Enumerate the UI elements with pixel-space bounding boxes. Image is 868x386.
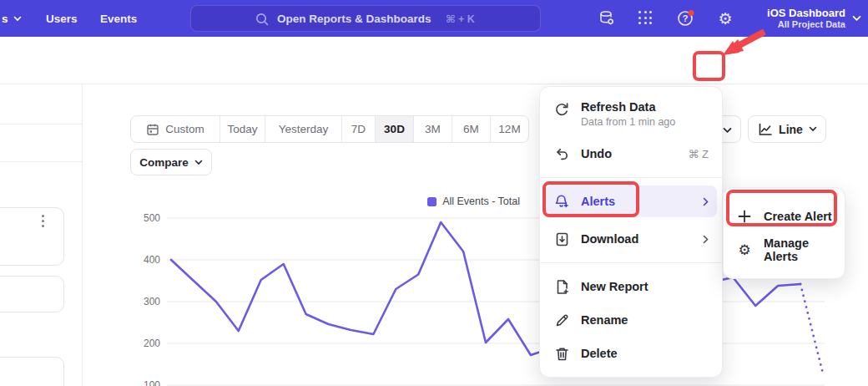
compare-label: Compare: [139, 156, 189, 169]
range-yesterday[interactable]: Yesterday: [265, 116, 341, 142]
chevron-down-icon: [194, 160, 203, 165]
report-header: [0, 37, 868, 84]
notification-dot: [688, 10, 694, 16]
left-panel-row-divider: [0, 124, 82, 124]
menu-item-label: New Report: [581, 280, 648, 293]
left-panel-row-divider: [0, 161, 82, 162]
y-tick-label: 300: [144, 296, 160, 307]
settings-gear-icon[interactable]: ⚙: [714, 8, 736, 29]
range-label: Today: [227, 123, 257, 135]
chevron-down-icon: [852, 15, 861, 22]
chart-type-dropdown[interactable]: Line: [748, 115, 826, 143]
range-label: Custom: [165, 123, 204, 135]
submenu-item-label: Manage Alerts: [764, 236, 832, 263]
nav-truncated-label: s: [2, 13, 8, 25]
project-switcher[interactable]: iOS Dashboard All Project Data: [767, 0, 861, 37]
submenu-item-label: Create Alert: [764, 210, 832, 223]
chevron-right-icon: [703, 197, 709, 206]
y-tick-label: 400: [144, 254, 160, 266]
range-label: 7D: [351, 123, 366, 135]
y-tick-label: 200: [144, 338, 160, 349]
submenu-item-manage-alerts[interactable]: ⚙ Manage Alerts: [724, 233, 845, 267]
menu-item-label: Delete: [581, 347, 618, 360]
search-placeholder: Open Reports & Dashboards: [277, 13, 431, 25]
menu-item-label: Refresh Data: [581, 100, 675, 114]
menu-item-delete[interactable]: Delete: [540, 337, 722, 370]
chart-legend[interactable]: All Events - Total: [427, 196, 520, 207]
y-tick-label: 100: [144, 379, 160, 386]
menu-item-shortcut: ⌘ Z: [688, 148, 709, 160]
svg-text:?: ?: [683, 13, 689, 23]
nav-item-users[interactable]: Users: [46, 0, 78, 37]
plus-icon: [736, 208, 753, 225]
range-7d[interactable]: 7D: [341, 116, 375, 142]
chevron-down-icon: [13, 16, 22, 22]
refresh-icon: [553, 102, 570, 119]
nav-item-truncated[interactable]: s: [2, 0, 22, 37]
range-label: 30D: [384, 123, 405, 135]
range-30d-selected[interactable]: 30D: [375, 116, 413, 142]
range-custom[interactable]: Custom: [131, 116, 220, 142]
data-management-icon[interactable]: [596, 8, 618, 29]
y-axis-tick-labels: 500400300200100: [144, 212, 160, 386]
menu-item-refresh-data[interactable]: Refresh Data Data from 1 min ago: [540, 95, 722, 137]
gear-icon: ⚙: [736, 241, 753, 258]
apps-grid-icon[interactable]: [635, 8, 657, 29]
range-label: 6M: [463, 123, 479, 135]
menu-item-label: Rename: [581, 313, 628, 327]
line-chart-icon: [757, 122, 773, 137]
left-panel-card[interactable]: [0, 357, 64, 386]
menu-item-alerts[interactable]: Alerts: [545, 185, 717, 217]
search-input[interactable]: Open Reports & Dashboards ⌘ + K: [190, 5, 541, 32]
top-nav-bar: s Users Events Open Reports & Dashboards…: [0, 0, 868, 37]
alerts-submenu: Create Alert ⚙ Manage Alerts: [723, 187, 845, 279]
left-panel-card[interactable]: [0, 276, 64, 312]
menu-item-download[interactable]: Download: [540, 222, 722, 256]
legend-swatch: [427, 197, 437, 206]
chart-type-label: Line: [779, 123, 803, 136]
help-icon[interactable]: ?: [675, 8, 697, 29]
trash-icon: [553, 345, 570, 362]
nav-events-label: Events: [100, 13, 137, 25]
menu-item-label: Undo: [581, 147, 612, 160]
chevron-right-icon: [703, 235, 709, 244]
date-range-control: Custom Today Yesterday 7D 30D 3M 6M 12M: [130, 115, 529, 143]
compare-button[interactable]: Compare: [130, 149, 212, 175]
download-icon: [553, 231, 570, 247]
panel-divider: [82, 84, 83, 386]
menu-divider: [540, 177, 722, 178]
menu-divider: [540, 262, 722, 263]
y-tick-label: 500: [144, 212, 160, 224]
search-shortcut: ⌘ + K: [446, 13, 475, 25]
pencil-icon: [553, 312, 570, 328]
menu-item-rename[interactable]: Rename: [540, 303, 722, 337]
calendar-icon: [146, 123, 159, 136]
series-line-projection-dotted: [800, 284, 823, 373]
submenu-item-create-alert[interactable]: Create Alert: [724, 200, 845, 233]
range-6m[interactable]: 6M: [452, 116, 490, 142]
project-scope: All Project Data: [767, 19, 845, 30]
menu-item-sublabel: Data from 1 min ago: [581, 116, 675, 128]
range-label: 12M: [498, 123, 520, 135]
search-icon: [255, 12, 270, 27]
menu-item-undo[interactable]: Undo ⌘ Z: [540, 137, 722, 170]
nav-users-label: Users: [46, 13, 78, 25]
menu-item-new-report[interactable]: New Report: [540, 270, 722, 303]
bell-plus-icon: [553, 193, 570, 210]
range-label: Yesterday: [279, 123, 329, 135]
undo-icon: [553, 145, 570, 162]
kebab-menu-icon[interactable]: [42, 215, 44, 227]
range-3m[interactable]: 3M: [413, 116, 452, 142]
range-label: 3M: [425, 123, 441, 135]
left-panel-card[interactable]: [0, 207, 64, 266]
menu-item-label: Alerts: [581, 195, 615, 208]
range-today[interactable]: Today: [220, 116, 265, 142]
nav-item-events[interactable]: Events: [100, 0, 137, 37]
project-name: iOS Dashboard: [767, 7, 845, 19]
more-options-menu: Refresh Data Data from 1 min ago Undo ⌘ …: [539, 86, 723, 378]
menu-item-label: Download: [581, 232, 638, 246]
new-report-icon: [553, 278, 570, 295]
chevron-down-icon: [723, 127, 732, 134]
chevron-down-icon: [809, 126, 817, 132]
range-12m[interactable]: 12M: [490, 116, 528, 142]
